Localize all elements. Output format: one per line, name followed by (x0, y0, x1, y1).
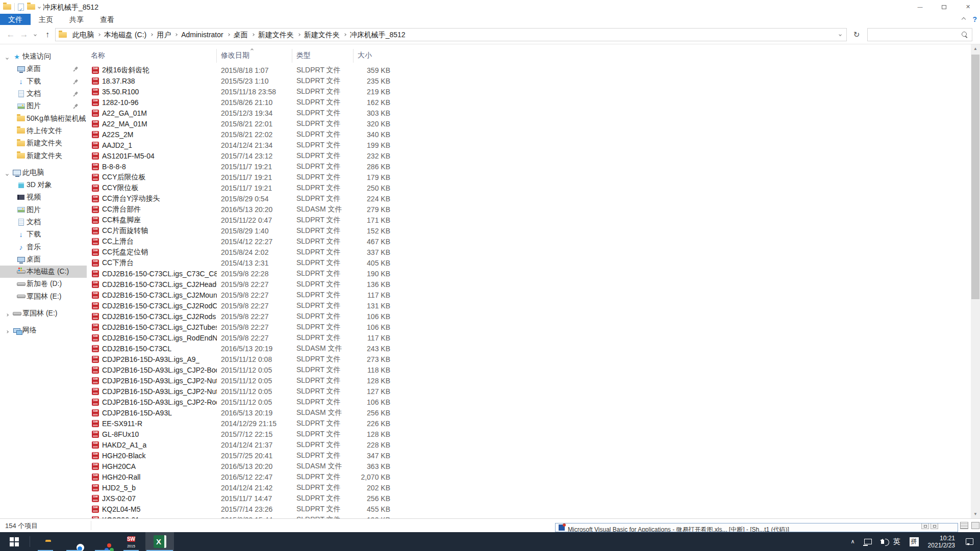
breadcrumb-item[interactable]: 用户 (153, 29, 174, 41)
table-row[interactable]: SW2015CC片面旋转轴2015/8/29 1:40SLDPRT 文件152 … (88, 225, 971, 236)
breadcrumb-chevron-icon[interactable] (174, 33, 178, 36)
tab-查看[interactable]: 查看 (92, 14, 122, 25)
sidebar-item-视频[interactable]: 视频 (0, 191, 87, 203)
customize-qat-chevron-icon[interactable] (38, 6, 41, 9)
table-row[interactable]: SW2015CDJP2B16-15D-A93L.igs_CJP2-Nut_142… (88, 386, 971, 397)
address-bar[interactable]: 此电脑本地磁盘 (C:)用户Administrator桌面新建文件夹新建文件夹冲… (55, 28, 847, 41)
table-row[interactable]: SW2015AS1201F-M5-042015/7/14 23:12SLDPRT… (88, 150, 971, 161)
breadcrumb-item[interactable]: 本地磁盘 (C:) (100, 29, 150, 41)
table-row[interactable]: SW2015EE-SX911-R2014/12/29 21:15SLDPRT 文… (88, 418, 971, 429)
table-row[interactable]: SW2015CDJ2B16-150-C73CL.igs_CJ2MountNut2… (88, 290, 971, 300)
table-row[interactable]: SW2015JXS-02-072015/11/7 14:47SLDPRT 文件2… (88, 493, 971, 504)
table-row[interactable]: SW2015CCY后限位板2015/11/7 19:21SLDPRT 文件179… (88, 172, 971, 182)
sidebar-section-快速访问[interactable]: 快速访问 (0, 50, 87, 63)
table-row[interactable]: SW2015HGH20-Black2015/7/25 20:41SLDPRT 文… (88, 450, 971, 461)
breadcrumb-item[interactable]: 冲床机械手_8512 (346, 29, 409, 41)
expand-ribbon-chevron-icon[interactable] (962, 17, 966, 21)
table-row[interactable]: SW20151282-10-962015/8/26 21:10SLDPRT 文件… (88, 97, 971, 108)
taskbar-solidworks-2015-button[interactable]: SW2015 (117, 532, 145, 551)
table-row[interactable]: SW2015HAKD2_A1_a2014/12/4 21:37SLDPRT 文件… (88, 439, 971, 450)
breadcrumb-chevron-icon[interactable] (150, 33, 153, 36)
table-row[interactable]: SW2015CDJP2B16-15D-A93L.igs_CJP2-Rod2015… (88, 397, 971, 407)
network-icon[interactable] (860, 532, 876, 551)
table-row[interactable]: SW2015CC滑台Y浮动接头2015/8/29 0:54SLDPRT 文件22… (88, 193, 971, 204)
sidebar-item-文档[interactable]: 文档 (0, 216, 87, 228)
breadcrumb-item[interactable]: 此电脑 (69, 29, 97, 41)
sidebar-item-图片[interactable]: 图片 (0, 100, 87, 112)
tab-file[interactable]: 文件 (0, 14, 31, 25)
sidebar-item-桌面[interactable]: 桌面 (0, 253, 87, 266)
table-row[interactable]: SW2015A22_MA_01M2015/8/21 22:01SLDPRT 文件… (88, 118, 971, 129)
hidden-icons-chevron-icon[interactable]: ∧ (846, 532, 860, 551)
table-row[interactable]: SW2015B-8-8-82015/11/7 19:21SLDPRT 文件286… (88, 161, 971, 172)
tab-共享[interactable]: 共享 (61, 14, 92, 25)
ime-mode-indicator[interactable]: 拼 (905, 532, 923, 551)
sidebar-item-覃国林 (E:)[interactable]: 覃国林 (E:) (0, 291, 87, 303)
scroll-down-icon[interactable]: ▼ (971, 510, 980, 518)
column-header-date[interactable]: 修改日期 (217, 49, 292, 63)
table-row[interactable]: SW2015CC滑台部件2016/5/13 20:20SLDASM 文件279 … (88, 204, 971, 215)
vba-window-fragment[interactable]: Microsoft Visual Basic for Applications … (555, 523, 958, 532)
sidebar-item-下载[interactable]: 下载 (0, 75, 87, 88)
table-row[interactable]: SW2015CDJ2B16-150-C73CL.igs_CJ2HeadCov..… (88, 279, 971, 290)
breadcrumb-item[interactable]: 新建文件夹 (255, 29, 297, 41)
table-row[interactable]: SW2015HGH20CA2016/5/13 20:20SLDASM 文件363… (88, 461, 971, 471)
up-button[interactable]: ↑ (41, 25, 54, 44)
sidebar-section-此电脑[interactable]: 此电脑 (0, 167, 87, 179)
table-row[interactable]: SW2015CDJP2B16-15D-A93L.igs_CJP2-Body201… (88, 364, 971, 375)
sidebar-item-待上传文件[interactable]: 待上传文件 (0, 125, 87, 137)
action-center-icon[interactable] (961, 532, 978, 551)
back-button[interactable]: ← (4, 25, 17, 44)
table-row[interactable]: SW2015CDJ2B16-150-C73CL2016/5/13 20:19SL… (88, 343, 971, 354)
tab-主页[interactable]: 主页 (31, 14, 61, 25)
table-row[interactable]: SW2015CC托盘定位销2015/8/24 2:02SLDPRT 文件337 … (88, 247, 971, 257)
table-row[interactable]: SW2015GL-8FUx102015/7/12 22:15SLDPRT 文件1… (88, 429, 971, 439)
scroll-up-icon[interactable]: ▲ (971, 44, 980, 53)
vba-maximize-button[interactable] (931, 523, 938, 529)
properties-icon[interactable] (18, 4, 24, 11)
vba-restore-button[interactable] (921, 523, 929, 529)
table-row[interactable]: SW2015CC料盘脚座2015/11/22 0:47SLDPRT 文件171 … (88, 215, 971, 225)
breadcrumb-chevron-icon[interactable] (297, 33, 300, 36)
sidebar-item-图片[interactable]: 图片 (0, 204, 87, 216)
ime-language-indicator[interactable]: 英 (889, 532, 905, 551)
new-folder-icon[interactable] (27, 4, 35, 10)
right-chevron-icon[interactable] (6, 313, 9, 317)
taskbar-qq-browser-button[interactable] (60, 532, 88, 551)
table-row[interactable]: SW2015CDJ2B16-150-C73CL.igs_CJ2RodCover2… (88, 300, 971, 311)
scrollbar-thumb[interactable] (971, 55, 979, 299)
address-dropdown-chevron-icon[interactable] (834, 34, 846, 36)
column-header-size[interactable]: 大小 (354, 49, 393, 63)
taskbar-color-dots-app-button[interactable] (88, 532, 117, 551)
breadcrumb-chevron-icon[interactable] (343, 33, 346, 36)
sidebar-item-下载[interactable]: 下载 (0, 228, 87, 241)
table-row[interactable]: SW2015KQ2L04-M52015/7/14 23:26SLDPRT 文件4… (88, 504, 971, 514)
sidebar-item-本地磁盘 (C:)[interactable]: 本地磁盘 (C:) (0, 266, 87, 278)
clock[interactable]: 10:21 2021/2/23 (923, 532, 961, 551)
breadcrumb-item[interactable]: 新建文件夹 (300, 29, 343, 41)
sidebar-item-桌面[interactable]: 桌面 (0, 63, 87, 75)
breadcrumb-chevron-icon[interactable] (97, 33, 100, 36)
table-row[interactable]: SW20152模16齿斜齿轮2015/8/18 1:07SLDPRT 文件359… (88, 65, 971, 75)
table-row[interactable]: SW2015CDJP2B16-15D-A93L2016/5/13 20:19SL… (88, 407, 971, 418)
sidebar-item-50Kg单轴桁架机械[interactable]: 50Kg单轴桁架机械 (0, 112, 87, 124)
table-row[interactable]: SW2015CDJ2B16-150-C73CL.igs_RodEndNuts20… (88, 332, 971, 343)
taskbar-file-explorer-button[interactable] (31, 532, 60, 551)
table-row[interactable]: SW2015CDJ2B16-150-C73CL.igs_CJ2Tubes2015… (88, 322, 971, 332)
details-view-button[interactable] (960, 522, 968, 529)
breadcrumb-chevron-icon[interactable] (227, 33, 230, 36)
table-row[interactable]: SW2015A22S_2M2015/8/21 22:02SLDPRT 文件340… (88, 129, 971, 140)
table-row[interactable]: SW2015CDJP2B16-15D-A93L.igs_CJP2-Nut2015… (88, 375, 971, 386)
table-row[interactable]: SW201518.37.R382015/5/23 1:10SLDPRT 文件23… (88, 75, 971, 86)
breadcrumb-chevron-icon[interactable] (252, 33, 255, 36)
table-row[interactable]: SW2015CDJ2B16-150-C73CL.igs_CJ2Rods2015/… (88, 311, 971, 322)
column-header-name[interactable]: 名称 (88, 49, 217, 63)
right-chevron-icon[interactable] (6, 331, 9, 334)
search-input[interactable] (867, 28, 972, 41)
table-row[interactable]: SW2015CC上滑台2015/4/12 22:27SLDPRT 文件467 K… (88, 236, 971, 247)
down-chevron-icon[interactable] (6, 57, 9, 60)
table-row[interactable]: SW2015CC下滑台2015/4/13 2:31SLDPRT 文件405 KB (88, 257, 971, 268)
sidebar-section-网络[interactable]: 网络 (0, 324, 87, 336)
maximize-button[interactable] (932, 0, 956, 14)
minimize-button[interactable] (908, 0, 932, 14)
